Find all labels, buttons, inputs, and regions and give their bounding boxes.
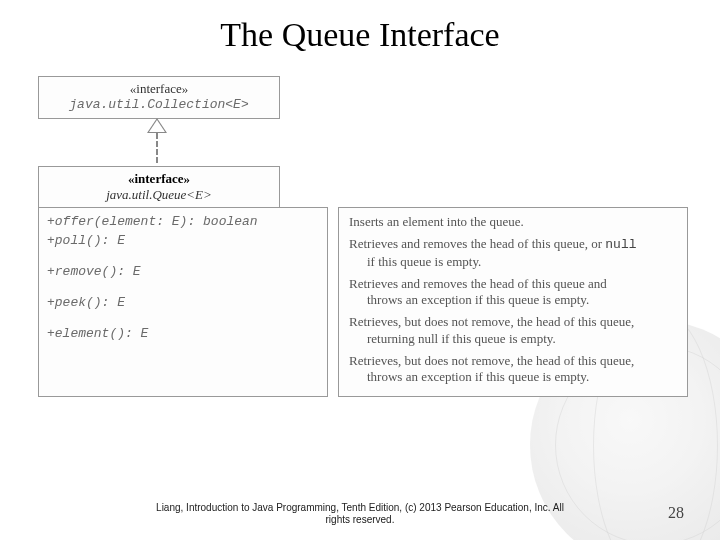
arrow-head-icon bbox=[147, 118, 167, 133]
desc-remove: Retrieves and removes the head of this q… bbox=[349, 276, 677, 309]
method-offer: +offer(element: E): boolean bbox=[47, 214, 319, 231]
method-element: +element(): E bbox=[47, 326, 319, 343]
desc-poll-null: null bbox=[605, 237, 636, 252]
descriptions-compartment: Inserts an element into the queue. Retri… bbox=[338, 207, 688, 397]
desc-element: Retrieves, but does not remove, the head… bbox=[349, 353, 677, 386]
collection-classname: java.util.Collection<E> bbox=[47, 97, 271, 113]
footer-copyright: Liang, Introduction to Java Programming,… bbox=[0, 502, 720, 526]
method-remove: +remove(): E bbox=[47, 264, 319, 281]
generalization-arrow bbox=[142, 118, 172, 166]
footer-line1: Liang, Introduction to Java Programming,… bbox=[156, 502, 564, 513]
desc-poll-b: if this queue is empty. bbox=[349, 254, 677, 270]
desc-poll-a: Retrieves and removes the head of this q… bbox=[349, 236, 605, 251]
page-number: 28 bbox=[668, 504, 684, 522]
desc-offer: Inserts an element into the queue. bbox=[349, 214, 677, 230]
queue-stereotype: «interface» bbox=[47, 171, 271, 187]
desc-poll: Retrieves and removes the head of this q… bbox=[349, 236, 677, 270]
method-peek: +peek(): E bbox=[47, 295, 319, 312]
footer-line2: rights reserved. bbox=[326, 514, 395, 525]
method-poll: +poll(): E bbox=[47, 233, 319, 250]
queue-interface-box: «interface» java.util.Queue<E> bbox=[38, 166, 280, 209]
arrow-line bbox=[156, 133, 158, 163]
desc-element-a: Retrieves, but does not remove, the head… bbox=[349, 353, 634, 368]
methods-compartment: +offer(element: E): boolean +poll(): E +… bbox=[38, 207, 328, 397]
desc-element-b: throws an exception if this queue is emp… bbox=[349, 369, 677, 385]
slide: The Queue Interface «interface» java.uti… bbox=[0, 0, 720, 540]
desc-remove-b: throws an exception if this queue is emp… bbox=[349, 292, 677, 308]
slide-title: The Queue Interface bbox=[0, 16, 720, 54]
desc-remove-a: Retrieves and removes the head of this q… bbox=[349, 276, 607, 291]
desc-peek: Retrieves, but does not remove, the head… bbox=[349, 314, 677, 347]
queue-classname: java.util.Queue<E> bbox=[47, 187, 271, 203]
collection-stereotype: «interface» bbox=[47, 81, 271, 97]
desc-peek-a: Retrieves, but does not remove, the head… bbox=[349, 314, 634, 329]
desc-peek-b: returning null if this queue is empty. bbox=[349, 331, 677, 347]
collection-interface-box: «interface» java.util.Collection<E> bbox=[38, 76, 280, 119]
